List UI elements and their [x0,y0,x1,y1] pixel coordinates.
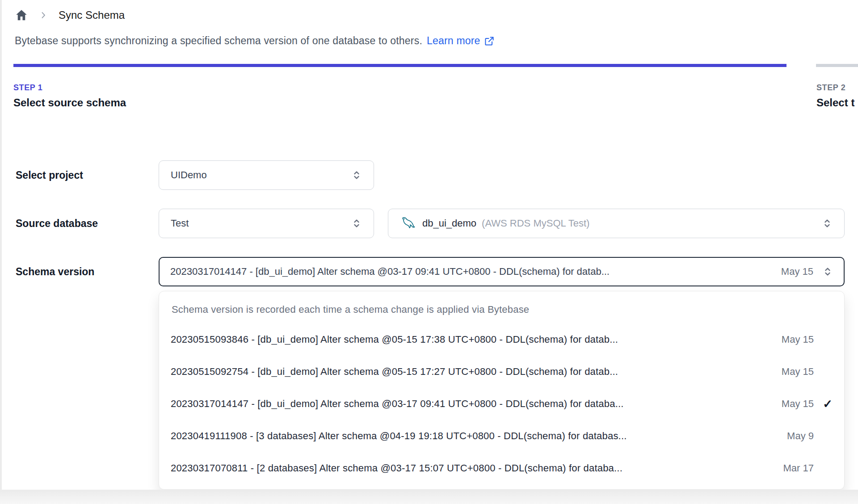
chevron-updown-icon [351,170,362,181]
schema-version-select[interactable]: 20230317014147 - [db_ui_demo] Alter sche… [159,257,845,286]
step1-title: Select source schema [13,97,126,109]
mysql-icon [400,215,416,231]
home-icon[interactable] [15,8,28,22]
dropdown-hint: Schema version is recorded each time a s… [159,301,844,323]
schema-version-option-3-selected[interactable]: 20230317014147 - [db_ui_demo] Alter sche… [159,388,844,420]
database-select-note: (AWS RDS MySQL Test) [482,218,813,229]
step2-progress-bar [816,64,858,67]
chevron-updown-icon [822,266,833,277]
schema-version-value: 20230317014147 - [db_ui_demo] Alter sche… [170,266,773,277]
option-date: May 15 [782,366,814,378]
option-label: 20230419111908 - [3 databases] Alter sch… [171,430,779,442]
source-database-label: Source database [16,218,98,230]
option-label: 20230515093846 - [db_ui_demo] Alter sche… [171,334,774,345]
option-label: 20230317014147 - [db_ui_demo] Alter sche… [171,398,774,410]
database-select-value: db_ui_demo [422,218,476,229]
project-select-value: UIDemo [171,169,342,181]
environment-select[interactable]: Test [159,209,374,238]
learn-more-label: Learn more [427,35,480,47]
schema-version-option-1[interactable]: 20230515093846 - [db_ui_demo] Alter sche… [159,323,844,356]
schema-version-option-2[interactable]: 20230515092754 - [db_ui_demo] Alter sche… [159,356,844,388]
breadcrumb-chevron-icon [39,11,48,20]
option-date: May 9 [787,430,814,442]
schema-version-option-5[interactable]: 20230317070811 - [2 databases] Alter sch… [159,452,844,484]
external-link-icon [484,36,495,46]
step2-header: STEP 2 Select t [816,83,858,109]
step1-header: STEP 1 Select source schema [13,83,126,109]
schema-version-date: May 15 [781,266,813,277]
left-edge-divider [0,0,2,504]
option-label: 20230515092754 - [db_ui_demo] Alter sche… [171,366,774,378]
project-select[interactable]: UIDemo [159,160,374,190]
step2-label: STEP 2 [816,83,858,92]
step1-label: STEP 1 [13,83,126,92]
sync-schema-page: Sync Schema Bytebase supports synchroniz… [0,0,858,504]
step1-progress-bar [13,64,786,67]
learn-more-link[interactable]: Learn more [427,35,495,47]
schema-version-dropdown: Schema version is recorded each time a s… [159,291,845,490]
page-title: Sync Schema [59,9,125,21]
option-date: May 15 [782,398,814,410]
intro-text: Bytebase supports synchronizing a specif… [15,35,495,47]
schema-version-label: Schema version [16,266,94,278]
breadcrumb: Sync Schema [15,7,125,23]
chevron-updown-icon [822,218,833,229]
check-icon: ✓ [814,397,833,411]
option-label: 20230317070811 - [2 databases] Alter sch… [171,462,775,474]
select-project-label: Select project [16,169,83,181]
option-date: Mar 17 [783,462,814,474]
intro-description: Bytebase supports synchronizing a specif… [15,35,422,47]
environment-select-value: Test [171,218,342,229]
database-select[interactable]: db_ui_demo (AWS RDS MySQL Test) [388,209,845,238]
page-bottom-edge [0,490,858,504]
chevron-updown-icon [351,218,362,229]
step2-title: Select t [816,97,858,109]
schema-version-option-4[interactable]: 20230419111908 - [3 databases] Alter sch… [159,420,844,452]
option-date: May 15 [782,334,814,345]
